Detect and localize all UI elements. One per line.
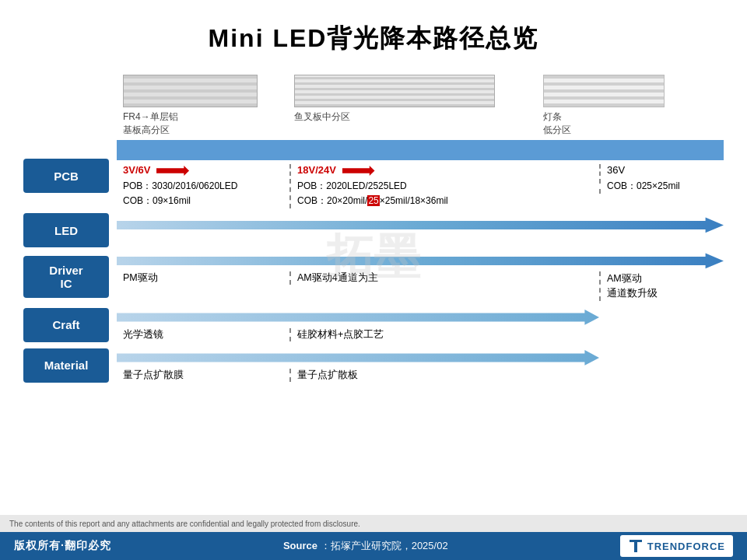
- trendforce-logo: TRENDFORCE: [620, 535, 733, 557]
- material-col2: 量子点扩散板: [289, 369, 599, 382]
- material-label: Material: [23, 348, 109, 383]
- craft-arrow-container: [117, 309, 724, 326]
- red-arrow-2: [342, 166, 375, 176]
- led-content: [117, 213, 724, 247]
- material-col1: 量子点扩散膜: [117, 369, 289, 382]
- pcb-col1-label1: FR4→单层铝: [123, 110, 178, 124]
- driver-ic-label: DriverIC: [23, 256, 109, 298]
- pcb-col3-label2: 低分区: [543, 124, 571, 137]
- craft-label: Craft: [23, 308, 109, 342]
- material-label-col: Material: [23, 346, 117, 385]
- pcb-subtext-row: POB：3030/2016/0620LED COB：09×16mil POB：2…: [117, 177, 724, 212]
- material-text-row: 量子点扩散膜 量子点扩散板: [117, 369, 724, 382]
- led-label: LED: [23, 213, 109, 247]
- footer-logo-area: TRENDFORCE: [620, 535, 733, 557]
- material-row: Material 量子点扩散膜 量子点扩散板: [23, 346, 724, 385]
- pcb-header-row: FR4→单层铝 基板高分区 鱼叉板中分区 灯条 低分区: [117, 72, 724, 140]
- craft-partial-arrow: [117, 309, 599, 326]
- pcb-voltage-row: 3V/6V 18V/24V 36V: [117, 163, 724, 177]
- footer-source: Source ：拓塚产业研究院，2025/02: [283, 539, 448, 553]
- pcb-sub2: POB：2020LED/2525LED COB：20×20mil/25×25mi…: [289, 179, 599, 208]
- pcb-col3-header: 灯条 低分区: [537, 72, 693, 140]
- red-arrow-1: [156, 166, 189, 176]
- main-content: Mini LED背光降本路径总览 拓墨 FR4→单层铝 基板高分区 鱼叉板中分区…: [0, 0, 747, 513]
- material-arrow-container: [117, 349, 724, 366]
- pcb-img-2: [294, 75, 495, 107]
- highlighted-25: 25: [367, 195, 379, 206]
- source-label: Source: [283, 540, 317, 551]
- driverIC-col2: AM驱动4通道为主: [289, 271, 599, 285]
- pcb-blue-bar: [117, 140, 724, 160]
- material-content: 量子点扩散膜 量子点扩散板: [117, 346, 724, 385]
- craft-content: 光学透镜 硅胶材料+点胶工艺: [117, 306, 724, 345]
- pcb-img-3: [543, 75, 665, 107]
- voltage-1: 3V/6V: [123, 164, 150, 176]
- driver-ic-row: DriverIC PM驱动 AM驱动4通道为主 AM驱动通道数升级: [23, 249, 724, 304]
- material-empty: [599, 349, 724, 366]
- pcb-content: 3V/6V 18V/24V 36V POB：3030/2016/0620LED: [117, 140, 724, 212]
- pcb-v1: 3V/6V: [117, 164, 289, 176]
- source-text: ：拓塚产业研究院，2025/02: [321, 540, 448, 551]
- pcb-row: PCB 3V/6V 18V/24V 36V: [23, 140, 724, 212]
- svg-rect-0: [630, 540, 642, 542]
- driver-ic-content: PM驱动 AM驱动4通道为主 AM驱动通道数升级: [117, 249, 724, 304]
- craft-row: Craft 光学透镜 硅胶材料+点胶工艺: [23, 306, 724, 345]
- pcb-col2-label1: 鱼叉板中分区: [294, 110, 350, 124]
- driverIC-col1: PM驱动: [117, 271, 289, 285]
- driverIC-col3: AM驱动通道数升级: [599, 271, 724, 301]
- pcb-img-1: [123, 75, 258, 107]
- pcb-col1-label2: 基板高分区: [123, 124, 170, 137]
- voltage-3: 36V: [607, 164, 625, 176]
- svg-rect-1: [634, 542, 637, 552]
- pcb-v3: 36V: [599, 164, 724, 176]
- pcb-sub3: COB：025×25mil: [599, 179, 724, 194]
- driver-ic-label-col: DriverIC: [23, 249, 117, 304]
- pcb-sub3-line1: COB：025×25mil: [607, 179, 717, 194]
- pcb-sub1: POB：3030/2016/0620LED COB：09×16mil: [117, 179, 289, 208]
- craft-col2: 硅胶材料+点胶工艺: [289, 328, 599, 341]
- footer-copyright: 版权所有·翻印必究: [14, 539, 111, 553]
- footer: 版权所有·翻印必究 Source ：拓塚产业研究院，2025/02 TRENDF…: [0, 532, 747, 560]
- voltage-2: 18V/24V: [297, 164, 336, 176]
- craft-col1: 光学透镜: [117, 328, 289, 341]
- pcb-sub2-line2: COB：20×20mil/25×25mil/18×36mil: [297, 194, 593, 208]
- driverIC-text-row: PM驱动 AM驱动4通道为主 AM驱动通道数升级: [117, 271, 724, 301]
- pcb-sub1-line1: POB：3030/2016/0620LED: [123, 179, 283, 194]
- pcb-sub2-line1: POB：2020LED/2525LED: [297, 179, 593, 194]
- pcb-sub1-line2: COB：09×16mil: [123, 194, 283, 208]
- pcb-col1-header: FR4→单层铝 基板高分区: [117, 72, 288, 140]
- driverIC-arrow: [117, 252, 724, 269]
- disclaimer-text: The contents of this report and any atta…: [9, 520, 360, 528]
- pcb-v2: 18V/24V: [289, 164, 599, 176]
- craft-text-row: 光学透镜 硅胶材料+点胶工艺: [117, 328, 724, 341]
- pcb-col2-header: 鱼叉板中分区: [288, 72, 537, 140]
- page-title: Mini LED背光降本路径总览: [16, 8, 731, 72]
- pcb-label-col: PCB: [23, 140, 117, 212]
- pcb-col3-label1: 灯条: [543, 110, 562, 124]
- material-partial-arrow: [117, 349, 599, 366]
- disclaimer-bar: The contents of this report and any atta…: [0, 515, 747, 532]
- led-full-arrow: [117, 216, 724, 233]
- trendforce-logo-text: TRENDFORCE: [647, 541, 725, 552]
- led-label-col: LED: [23, 213, 117, 247]
- trendforce-t-icon: [628, 538, 644, 554]
- pcb-label: PCB: [23, 159, 109, 193]
- diagram: FR4→单层铝 基板高分区 鱼叉板中分区 灯条 低分区 PCB: [23, 72, 724, 385]
- craft-label-col: Craft: [23, 306, 117, 345]
- led-row: LED: [23, 213, 724, 247]
